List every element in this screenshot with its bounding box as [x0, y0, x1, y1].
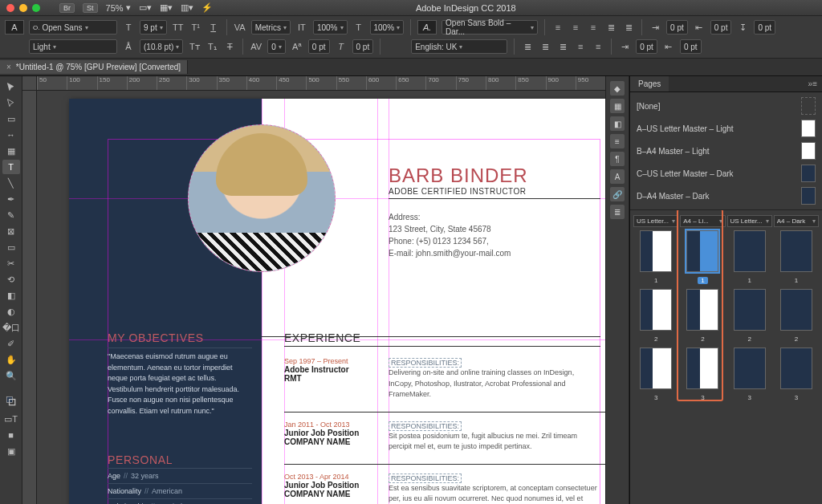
- experience-entry[interactable]: Sep 1997 – PresentAdobe InstructorRMTRES…: [284, 357, 605, 400]
- note-tool-icon[interactable]: �口: [2, 320, 20, 335]
- pages-tab[interactable]: Pages: [630, 76, 669, 91]
- pencil-tool-icon[interactable]: ✎: [2, 208, 20, 222]
- page-thumbnail[interactable]: [734, 289, 766, 331]
- document-page[interactable]: BARB BINDER ADOBE CERTIFIED INSTRUCTOR A…: [69, 99, 605, 504]
- gpu-icon[interactable]: ⚡: [201, 2, 213, 13]
- justify-center-icon[interactable]: ≣: [539, 40, 551, 53]
- justify-right-icon[interactable]: ≣: [556, 40, 569, 53]
- page-tool-icon[interactable]: ▭: [2, 112, 20, 126]
- stock-badge[interactable]: St: [83, 3, 98, 13]
- page-thumbnail[interactable]: [780, 348, 812, 389]
- strikethrough-icon[interactable]: T: [223, 40, 236, 53]
- layers-icon[interactable]: ≣: [610, 205, 625, 219]
- bridge-badge[interactable]: Br: [59, 3, 75, 13]
- master-item[interactable]: A–US Letter Master – Light: [637, 120, 816, 137]
- indent-left-input[interactable]: 0 pt: [666, 20, 688, 35]
- gradient-feather-tool-icon[interactable]: ◐: [2, 304, 20, 319]
- font-size-select[interactable]: 9 pt▾: [140, 20, 167, 35]
- rectangle-tool-icon[interactable]: ▭: [2, 240, 20, 254]
- gap-tool-icon[interactable]: ↔: [2, 128, 20, 142]
- window-minimize-icon[interactable]: [19, 4, 27, 12]
- page-thumbnail[interactable]: [734, 230, 766, 272]
- ruler-corner[interactable]: [22, 76, 37, 91]
- page-group-header[interactable]: US Letter...▾: [727, 215, 772, 227]
- close-icon[interactable]: ×: [6, 63, 11, 71]
- page-thumbnail[interactable]: [640, 348, 672, 389]
- type-tool-icon[interactable]: T: [2, 160, 20, 174]
- smallcaps-icon[interactable]: Tᴛ: [188, 40, 201, 53]
- profile-photo[interactable]: [188, 124, 336, 272]
- align-right-icon[interactable]: ≡: [587, 21, 600, 34]
- experience-entry[interactable]: Oct 2013 - Apr 2014Junior Job PositionCO…: [284, 473, 605, 505]
- page-group-header[interactable]: US Letter...▾: [633, 215, 678, 227]
- arrange-icon[interactable]: ▥▾: [181, 2, 193, 13]
- justify-left-icon[interactable]: ≣: [521, 40, 534, 53]
- pen-tool-icon[interactable]: ✒: [2, 192, 20, 206]
- page-thumbnail[interactable]: [686, 230, 718, 272]
- color-icon[interactable]: ◧: [610, 116, 625, 131]
- allcaps-icon[interactable]: TT: [172, 21, 185, 34]
- eyedropper-tool-icon[interactable]: ✐: [2, 336, 20, 351]
- font-style-select[interactable]: Light▾: [29, 39, 117, 54]
- firstline-indent-input[interactable]: 0 pt: [636, 39, 657, 54]
- gradient-swatch-tool-icon[interactable]: ◧: [2, 288, 20, 303]
- superscript-icon[interactable]: T¹: [189, 21, 202, 34]
- experience-entry[interactable]: Jan 2011 - Oct 2013Junior Job PositionCO…: [284, 421, 605, 453]
- align-toward-icon[interactable]: ≡: [574, 40, 587, 53]
- window-zoom-icon[interactable]: [32, 4, 40, 12]
- view-options-icon[interactable]: ▭▾: [139, 2, 152, 13]
- content-collector-icon[interactable]: ▦: [2, 144, 20, 158]
- panel-menu-icon[interactable]: »≡: [804, 76, 822, 91]
- resume-name[interactable]: BARB BINDER: [389, 165, 528, 187]
- canvas-area[interactable]: 5010015020025030035040045050055060065070…: [22, 76, 605, 504]
- links-icon[interactable]: 🔗: [610, 187, 625, 201]
- paragraph-styles-icon[interactable]: ¶: [610, 152, 625, 166]
- screen-mode-tool-icon[interactable]: ▣: [2, 444, 20, 458]
- hand-tool-icon[interactable]: ✋: [2, 352, 20, 367]
- cc-libraries-icon[interactable]: ◆: [610, 81, 625, 96]
- page-group-header[interactable]: A4 – Dark▾: [774, 215, 819, 227]
- page-thumbnail[interactable]: [780, 289, 812, 331]
- rectangle-frame-tool-icon[interactable]: ⊠: [2, 224, 20, 238]
- zoom-level[interactable]: 75%▾: [106, 2, 131, 13]
- align-away-icon[interactable]: ≡: [592, 40, 604, 53]
- kerning-select[interactable]: Metrics▾: [251, 20, 291, 35]
- align-center-icon[interactable]: ≡: [569, 21, 582, 34]
- line-tool-icon[interactable]: ╲: [2, 176, 20, 190]
- underline-icon[interactable]: T: [207, 21, 220, 34]
- char-style-select[interactable]: Open Sans Bold – Dar...▾: [442, 20, 538, 35]
- character-mode-icon[interactable]: A: [5, 20, 24, 35]
- leading-select[interactable]: (10.8 pt)▾: [140, 39, 183, 54]
- space-after-input[interactable]: 0 pt: [680, 39, 702, 54]
- fill-stroke-icon[interactable]: [2, 391, 20, 410]
- skew-input[interactable]: 0 pt: [352, 39, 374, 54]
- scaley-select[interactable]: 100%▾: [370, 20, 405, 35]
- language-select[interactable]: English: UK▾: [411, 39, 507, 54]
- page-thumbnail[interactable]: [780, 230, 812, 272]
- baseline-input[interactable]: 0 pt: [308, 39, 330, 54]
- justify-icon[interactable]: ≣: [604, 21, 617, 34]
- masters-list[interactable]: [None] A–US Letter Master – Light B–A4 M…: [630, 92, 822, 210]
- master-item[interactable]: D–A4 Master – Dark: [637, 187, 816, 205]
- personal-block[interactable]: PERSONAL Age//32 yearsNationality//Ameri…: [108, 453, 252, 504]
- character-styles-icon[interactable]: A: [610, 169, 625, 184]
- zoom-tool-icon[interactable]: 🔍: [2, 368, 20, 383]
- master-item[interactable]: B–A4 Master – Light: [637, 142, 816, 160]
- page-thumbnail[interactable]: [686, 289, 718, 331]
- master-none[interactable]: [None]: [637, 97, 816, 115]
- page-thumbnail[interactable]: [640, 230, 672, 272]
- stroke-icon[interactable]: ≡: [610, 134, 625, 148]
- scalex-select[interactable]: 100%▾: [313, 20, 348, 35]
- vertical-ruler[interactable]: [22, 91, 37, 504]
- tracking-select[interactable]: 0▾: [267, 39, 286, 54]
- page-group-header[interactable]: A4 – Li...▾: [680, 215, 725, 227]
- document-tab[interactable]: × *Untitled-1 @ 75% [GPU Preview] [Conve…: [0, 60, 188, 74]
- free-transform-tool-icon[interactable]: ⟲: [2, 272, 20, 287]
- page-thumbnail[interactable]: [640, 289, 672, 331]
- swatches-icon[interactable]: ▦: [610, 99, 625, 113]
- apply-color-icon[interactable]: ■: [2, 428, 20, 442]
- resume-subtitle[interactable]: ADOBE CERTIFIED INSTRUCTOR: [389, 187, 527, 196]
- page-thumbnail[interactable]: [734, 348, 766, 389]
- align-left-icon[interactable]: ≡: [551, 21, 564, 34]
- indent-right-input[interactable]: 0 pt: [710, 20, 732, 35]
